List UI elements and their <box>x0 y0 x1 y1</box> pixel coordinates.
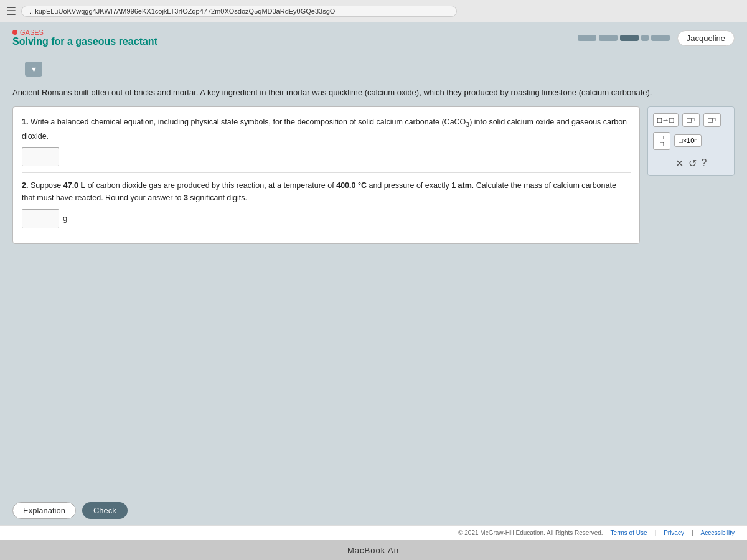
question-2-text: 2. Suppose 47.0 L of carbon dioxide gas … <box>22 179 631 204</box>
chevron-down-icon: ▾ <box>32 64 36 74</box>
header-right: Jacqueline <box>578 30 735 46</box>
progress-seg-1 <box>578 35 596 41</box>
explanation-button[interactable]: Explanation <box>12 502 76 519</box>
q2-temp: 400.0 °C <box>336 181 367 190</box>
progress-seg-5 <box>651 35 670 41</box>
toolbar-row-1: □→□ □□ □□ <box>653 113 729 127</box>
undo-button[interactable]: ↺ <box>688 157 697 169</box>
arrow-button[interactable]: □→□ <box>653 113 679 127</box>
divider-2: | <box>692 530 693 536</box>
q2-answer-input[interactable] <box>22 209 59 228</box>
divider-1: | <box>655 530 657 536</box>
progress-seg-4 <box>641 35 649 41</box>
copyright-bar: © 2021 McGraw-Hill Education. All Rights… <box>0 525 747 540</box>
progress-bars <box>578 35 670 41</box>
footer-area: Explanation Check <box>0 496 747 525</box>
progress-seg-3 <box>620 35 639 41</box>
solving-label: Solving for a gaseous reactant <box>12 36 157 47</box>
clear-button[interactable]: ✕ <box>675 157 684 169</box>
help-button[interactable]: ? <box>702 157 707 169</box>
url-bar[interactable]: ...kupELuUoKVwqgg4JKWI7AM996eKX1cojkLT3r… <box>21 6 457 17</box>
questions-area: 1. Write a balanced chemical equation, i… <box>0 106 747 252</box>
q2-number: 2. <box>22 181 28 190</box>
q2-pressure: 1 atm <box>451 181 472 190</box>
collapse-button[interactable]: ▾ <box>25 62 42 77</box>
math-toolbar: □→□ □□ □□ □ □ □×10□ ✕ ↺ ? <box>647 106 735 176</box>
superscript-button[interactable]: □□ <box>703 113 721 127</box>
macbook-bar: MacBook Air <box>0 540 747 560</box>
problem-text: Ancient Romans built often out of bricks… <box>0 84 747 106</box>
main-content: GASES Solving for a gaseous reactant Jac… <box>0 22 747 560</box>
q1-answer-input[interactable] <box>22 147 59 167</box>
header-left: GASES Solving for a gaseous reactant <box>12 29 157 47</box>
questions-panel: 1. Write a balanced chemical equation, i… <box>12 106 640 245</box>
privacy-link[interactable]: Privacy <box>664 530 684 536</box>
progress-seg-2 <box>599 35 618 41</box>
question-1-text: 1. Write a balanced chemical equation, i… <box>22 116 631 142</box>
gases-dot-icon <box>12 30 17 35</box>
q2-answer-area: g <box>22 209 631 228</box>
tab-area: ...kupELuUoKVwqgg4JKWI7AM996eKX1cojkLT3r… <box>21 6 741 17</box>
toolbar-row-2: □ □ □×10□ <box>653 132 729 150</box>
q2-sigfigs: 3 <box>184 194 188 202</box>
fraction-button[interactable]: □ □ <box>653 132 670 150</box>
header-bar: GASES Solving for a gaseous reactant Jac… <box>0 22 747 54</box>
hamburger-icon[interactable]: ☰ <box>6 4 16 18</box>
q2-volume: 47.0 L <box>63 181 85 190</box>
q2-unit-label: g <box>63 212 67 225</box>
browser-bar: ☰ ...kupELuUoKVwqgg4JKWI7AM996eKX1cojkLT… <box>0 0 747 22</box>
copyright-text: © 2021 McGraw-Hill Education. All Rights… <box>458 530 603 536</box>
terms-link[interactable]: Terms of Use <box>611 530 647 536</box>
fraction-icon: □ □ <box>659 134 665 147</box>
question-2-block: 2. Suppose 47.0 L of carbon dioxide gas … <box>22 179 631 235</box>
sci-notation-button[interactable]: □×10□ <box>674 134 702 147</box>
collapse-area: ▾ <box>0 54 747 84</box>
macbook-label: MacBook Air <box>347 546 400 555</box>
user-badge: Jacqueline <box>677 30 735 46</box>
gases-text: GASES <box>20 29 44 36</box>
question-1-block: 1. Write a balanced chemical equation, i… <box>22 116 631 174</box>
accessibility-link[interactable]: Accessibility <box>701 530 735 536</box>
q1-number: 1. <box>22 118 28 126</box>
check-button[interactable]: Check <box>82 502 128 519</box>
gases-label: GASES <box>12 29 157 36</box>
toolbar-action-row: ✕ ↺ ? <box>653 155 729 169</box>
subscript-button[interactable]: □□ <box>682 113 700 127</box>
